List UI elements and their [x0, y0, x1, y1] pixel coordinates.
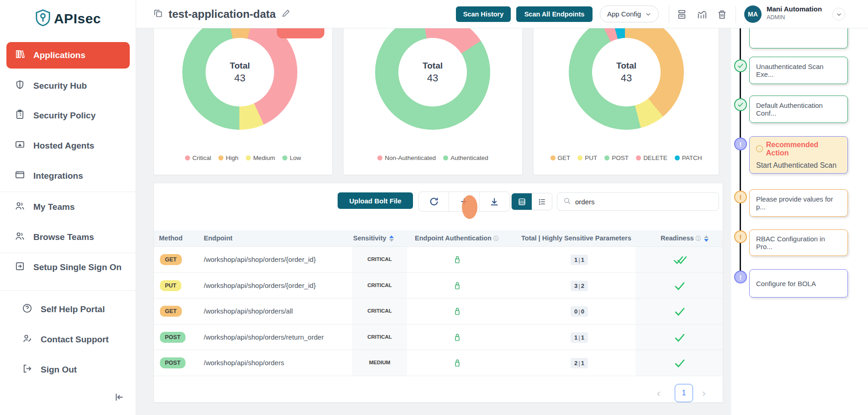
help-circle-icon	[22, 303, 32, 316]
timeline-card[interactable]	[749, 28, 848, 48]
app-config-label: App Config	[607, 10, 641, 18]
download-icon[interactable]	[479, 192, 509, 211]
search-input[interactable]	[575, 198, 703, 206]
legend-item-patch[interactable]: PATCH	[675, 154, 702, 161]
chevron-down-icon	[645, 11, 651, 17]
endpoint-path: /workshop/api/shop/orders/return_order	[204, 333, 324, 341]
sidebar-item-hosted-agents[interactable]: Hosted Agents	[6, 136, 130, 156]
chart-legend: Non-AuthenticatedAuthenticated	[344, 154, 522, 161]
table-row[interactable]: PUT /workshop/api/shop/orders/{order_id}…	[154, 273, 723, 299]
sidebar-item-browse-teams[interactable]: Browse Teams	[6, 227, 130, 247]
sidebar-divider	[0, 290, 136, 291]
legend-item-delete[interactable]: DELETE	[636, 154, 667, 161]
col-method[interactable]: Method	[159, 234, 183, 242]
recommended-action-title: →Recommended Action	[756, 141, 841, 157]
timeline-card[interactable]: Please provide values for p...	[749, 189, 848, 217]
readiness-check-icon	[674, 307, 686, 319]
table-row[interactable]: POST /workshop/api/shop/orders/return_or…	[154, 325, 723, 351]
legend-dot	[218, 155, 223, 160]
method-badge: GET	[160, 254, 182, 265]
recommended-action-label: Start Authenticated Scan	[756, 161, 836, 170]
legend-item-high[interactable]: High	[218, 154, 238, 161]
legend-item-authenticated[interactable]: Authenticated	[443, 154, 488, 161]
legend-item-put[interactable]: PUT	[577, 154, 597, 161]
col-endpoint-auth[interactable]: Endpoint Authentication ⓘ	[415, 234, 499, 243]
sidebar-item-setup-single-sign-on[interactable]: Setup Single Sign On	[6, 257, 130, 277]
lock-icon	[453, 281, 462, 293]
header-divider	[669, 5, 669, 23]
chart-legend: GETPUTPOSTDELETEPATCH	[534, 154, 719, 161]
refresh-icon[interactable]	[419, 192, 449, 211]
legend-dot	[443, 155, 448, 160]
sidebar-item-integrations[interactable]: Integrations	[6, 166, 130, 186]
app-brand: APIsec	[54, 11, 101, 27]
legend-dot	[377, 155, 382, 160]
upload-bolt-file-button[interactable]: Upload Bolt File	[338, 192, 413, 209]
col-sensitivity[interactable]: Sensitivity	[353, 234, 394, 242]
chart-icon[interactable]	[697, 9, 707, 21]
sensitivity-chart-card: Total43 CriticalHighMediumLow	[153, 28, 333, 175]
app-config-dropdown[interactable]: App Config	[600, 5, 659, 22]
endpoint-path: /workshop/api/shop/orders/{order_id}	[204, 282, 316, 289]
donut-center-label: Total	[616, 61, 636, 71]
legend-item-get[interactable]: GET	[550, 154, 571, 161]
col-endpoint[interactable]: Endpoint	[204, 234, 233, 242]
col-parameters[interactable]: Total | Highly Sensitive Parameters	[521, 234, 631, 242]
table-actions-group	[418, 192, 510, 212]
table-row[interactable]: POST /workshop/api/shop/orders MEDIUM 2|…	[154, 350, 723, 376]
sensitivity-badge: CRITICAL	[363, 280, 396, 290]
shield-icon	[15, 80, 25, 92]
timeline-card[interactable]: RBAC Configuration in Pro...	[749, 229, 848, 256]
apisec-shield-icon	[35, 9, 51, 28]
search-box	[557, 192, 719, 211]
edit-pencil-icon[interactable]	[282, 9, 290, 19]
scan-history-button[interactable]: Scan History	[456, 6, 511, 22]
sidebar-item-self-help-portal[interactable]: Self Help Portal	[6, 299, 130, 319]
legend-item-non-authenticated[interactable]: Non-Authenticated	[377, 154, 436, 161]
sidebar-item-applications[interactable]: Applications	[6, 42, 130, 69]
page-number[interactable]: 1	[675, 384, 693, 402]
plus-icon[interactable]	[449, 192, 479, 211]
scan-all-endpoints-button[interactable]: Scan All Endpoints	[516, 6, 593, 22]
printer-icon[interactable]	[677, 9, 687, 21]
timeline-card-recommended-action[interactable]: →Recommended Action Start Authenticated …	[749, 136, 848, 174]
legend-item-low[interactable]: Low	[282, 154, 301, 161]
sensitivity-badge: CRITICAL	[363, 306, 396, 316]
list-view-icon[interactable]	[532, 193, 552, 210]
sidebar-item-my-teams[interactable]: My Teams	[6, 197, 130, 217]
timeline-card[interactable]: Configure for BOLA	[749, 269, 848, 298]
method-badge: POST	[160, 332, 185, 343]
sidebar-item-security-policy[interactable]: Security Policy	[6, 106, 130, 126]
sidebar-item-contact-support[interactable]: Contact Support	[6, 330, 130, 350]
legend-item-critical[interactable]: Critical	[185, 154, 211, 161]
table-row[interactable]: GET /workshop/api/shop/orders/{order_id}…	[154, 247, 723, 273]
header: test-application-data Scan History Scan …	[136, 0, 868, 28]
sidebar-item-label: Browse Teams	[33, 232, 94, 242]
legend-item-post[interactable]: POST	[604, 154, 629, 161]
sort-icons	[389, 235, 394, 242]
prev-page-icon[interactable]: ‹	[657, 388, 660, 399]
support-icon	[22, 333, 32, 346]
method-chart-card: Total43 GETPUTPOSTDELETEPATCH	[533, 28, 719, 175]
sidebar-item-sign-out[interactable]: Sign Out	[6, 360, 130, 380]
next-page-icon[interactable]: ›	[702, 388, 705, 399]
timeline-card[interactable]: Default Authentication Conf...	[749, 96, 848, 123]
legend-dot	[282, 155, 287, 160]
collapse-sidebar-icon[interactable]	[113, 391, 125, 405]
table-row[interactable]: GET /workshop/api/shop/orders/all CRITIC…	[154, 298, 723, 325]
col-readiness[interactable]: Readiness ⓘ	[661, 234, 709, 243]
sidebar-divider	[0, 192, 136, 192]
avatar[interactable]: MA	[744, 5, 762, 23]
sidebar-item-security-hub[interactable]: Security Hub	[6, 76, 130, 96]
legend-item-medium[interactable]: Medium	[246, 154, 275, 161]
sidebar-item-label: Setup Single Sign On	[33, 262, 122, 272]
user-menu-chevron-icon[interactable]	[832, 8, 845, 21]
table-view-icon[interactable]	[512, 193, 532, 210]
endpoint-path: /workshop/api/shop/orders	[204, 359, 284, 367]
copy-icon[interactable]	[153, 9, 163, 20]
trash-icon[interactable]	[717, 9, 727, 21]
sign-out-icon	[22, 363, 32, 376]
arrow-circle-icon: →	[756, 145, 763, 152]
readiness-check-icon	[673, 255, 687, 267]
timeline-card[interactable]: Unauthenticated Scan Exe...	[749, 57, 848, 84]
